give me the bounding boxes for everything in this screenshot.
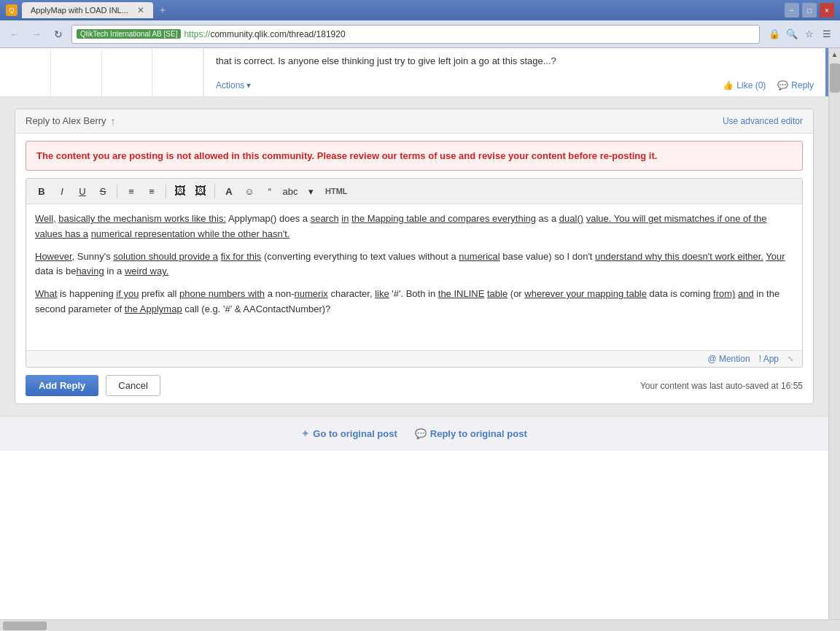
strikethrough-button[interactable]: S [93, 182, 112, 201]
advanced-editor-link[interactable]: Use advanced editor [723, 116, 803, 126]
forward-button[interactable]: → [28, 26, 45, 43]
bookmark-icon[interactable]: ☆ [802, 27, 817, 42]
go-original-post-link[interactable]: ✦ Go to original post [301, 428, 397, 439]
ordered-list-button[interactable]: ≡ [142, 182, 161, 201]
menu-icon[interactable]: ☰ [820, 27, 834, 42]
actions-arrow-icon: ▾ [246, 80, 251, 90]
reply-form: Reply to Alex Berry ↑ Use advanced edito… [15, 109, 814, 405]
tab-close-button[interactable]: ✕ [137, 5, 144, 15]
maximize-button[interactable]: □ [802, 3, 817, 18]
refresh-button[interactable]: ↻ [50, 26, 67, 43]
image-button[interactable]: 🖼 [171, 182, 190, 201]
actions-label: Actions [216, 80, 244, 90]
reply-icon: 💬 [777, 80, 788, 90]
autosave-text: Your content was last auto-saved at 16:5… [640, 381, 803, 391]
like-button[interactable]: 👍 Like (0) [723, 80, 766, 90]
font-color-button[interactable]: A [219, 182, 238, 201]
editor-container: B I U S ≡ ≡ [26, 178, 803, 368]
address-bar[interactable]: QlikTech International AB [SE] https://c… [71, 25, 760, 44]
italic-button[interactable]: I [52, 182, 71, 201]
page-bottom: ✦ Go to original post 💬 Reply to origina… [0, 416, 828, 451]
app-button[interactable]: ! App [759, 354, 779, 364]
scrollbar-bottom[interactable] [0, 619, 840, 631]
url-host: community.qlik.com [210, 29, 286, 39]
reply-to-label: Reply to Alex Berry ↑ [26, 115, 116, 127]
cancel-button[interactable]: Cancel [106, 375, 160, 396]
browser-toolbar-icons: 🔒 🔍 ☆ ☰ [767, 27, 834, 42]
editor-footer: @ Mention ! App ⤡ [26, 350, 802, 367]
reply-form-header: Reply to Alex Berry ↑ Use advanced edito… [15, 109, 813, 133]
main-area: that is correct. Is anyone else thinking… [0, 48, 828, 619]
ordered-list-icon: ≡ [149, 186, 155, 197]
image2-button[interactable]: 🖼 [191, 182, 210, 201]
bold-button[interactable]: B [32, 182, 51, 201]
shield-icon: 🔒 [767, 27, 782, 42]
reply-original-icon: 💬 [415, 428, 427, 439]
add-reply-button[interactable]: Add Reply [26, 375, 98, 396]
thumb-up-icon: 👍 [723, 80, 734, 90]
close-button[interactable]: × [820, 3, 834, 18]
mention-button[interactable]: @ Mention [707, 354, 750, 364]
security-badge: QlikTech International AB [SE] [77, 29, 181, 39]
editor-paragraph-1: Well, basically the mechanism works like… [35, 212, 793, 242]
url-display: https://community.qlik.com/thread/181920 [184, 29, 755, 39]
scrollbar-right[interactable]: ▲ [828, 48, 840, 619]
url-path: /thread/181920 [287, 29, 346, 39]
reply-form-wrapper: Reply to Alex Berry ↑ Use advanced edito… [0, 97, 828, 417]
resize-handle[interactable]: ⤡ [788, 355, 796, 363]
editor-toolbar: B I U S ≡ ≡ [26, 179, 802, 204]
browser-toolbar: ← → ↻ QlikTech International AB [SE] htt… [0, 20, 840, 48]
actions-button[interactable]: Actions ▾ [216, 80, 251, 90]
emoji-icon: ☺ [244, 186, 254, 197]
go-original-icon: ✦ [301, 428, 309, 439]
post-actions: Actions ▾ 👍 Like (0) 💬 Reply [216, 77, 814, 90]
gutter-col-1 [0, 48, 51, 96]
window-controls: − □ × [785, 3, 834, 18]
spell-dropdown-icon: ▾ [308, 186, 314, 197]
editor-paragraph-3: What is happening if you prefix all phon… [35, 287, 793, 317]
gutter-col-4 [152, 48, 203, 96]
post-text: that is correct. Is anyone else thinking… [216, 54, 814, 69]
browser-tab[interactable]: ApplyMap with LOAD INL... ✕ [22, 2, 153, 18]
browser-titlebar: Q ApplyMap with LOAD INL... ✕ ＋ − □ × [0, 0, 840, 20]
reply-original-post-link[interactable]: 💬 Reply to original post [415, 428, 527, 439]
quote-button[interactable]: “ [260, 182, 279, 201]
spell-check-button[interactable]: abc [281, 182, 300, 201]
unordered-list-button[interactable]: ≡ [122, 182, 141, 201]
scrollbar-up-arrow[interactable]: ▲ [829, 48, 840, 61]
unordered-list-icon: ≡ [128, 186, 134, 197]
divider-3 [214, 184, 215, 198]
like-label: Like (0) [736, 80, 766, 90]
browser-favicon: Q [6, 4, 18, 16]
scrollbar-thumb[interactable] [830, 63, 840, 93]
reply-original-label: Reply to original post [430, 428, 527, 439]
reply-label: Reply [791, 80, 814, 90]
divider-1 [117, 184, 117, 198]
spell-icon: abc [283, 186, 298, 197]
gutter-col-3 [102, 48, 153, 96]
search-icon[interactable]: 🔍 [785, 27, 799, 42]
new-tab-button[interactable]: ＋ [158, 4, 168, 17]
post-body: that is correct. Is anyone else thinking… [204, 48, 828, 96]
minimize-button[interactable]: − [785, 3, 799, 18]
gutter-col-2 [51, 48, 102, 96]
post-item: that is correct. Is anyone else thinking… [0, 48, 828, 97]
font-color-icon: A [225, 186, 232, 197]
emoji-button[interactable]: ☺ [240, 182, 259, 201]
image2-icon: 🖼 [195, 185, 206, 198]
reply-to-text: Reply to Alex Berry [26, 115, 106, 126]
underline-button[interactable]: U [73, 182, 92, 201]
quote-icon: “ [268, 186, 271, 197]
html-button[interactable]: HTML [322, 182, 351, 201]
back-button[interactable]: ← [6, 26, 23, 43]
image-icon: 🖼 [174, 185, 186, 198]
reply-button[interactable]: 💬 Reply [777, 80, 814, 90]
url-https: https:// [184, 29, 210, 39]
page-content: that is correct. Is anyone else thinking… [0, 48, 840, 619]
scrollbar-h-thumb[interactable] [3, 622, 47, 630]
error-banner: The content you are posting is not allow… [26, 141, 803, 171]
editor-content[interactable]: Well, basically the mechanism works like… [26, 204, 802, 350]
spell-dropdown-button[interactable]: ▾ [301, 182, 320, 201]
reply-arrow-icon: ↑ [111, 115, 116, 127]
divider-2 [166, 184, 166, 198]
